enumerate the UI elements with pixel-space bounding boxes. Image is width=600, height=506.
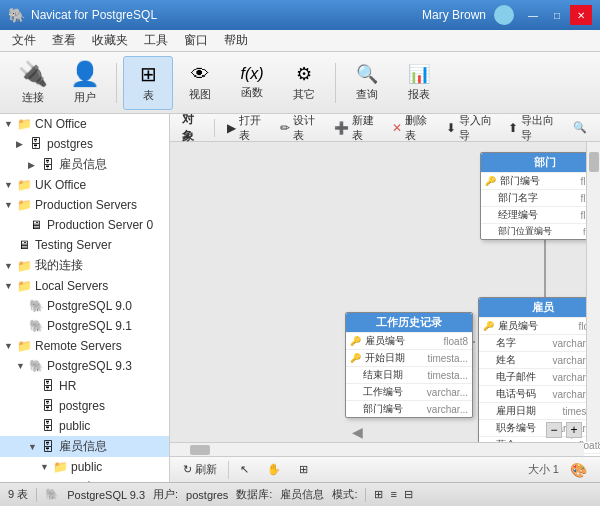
sidebar-item-cn-office[interactable]: ▼ 📁 CN Office (0, 114, 169, 134)
sidebar-item-pg93[interactable]: ▼ 🐘 PostgreSQL 9.3 (0, 356, 169, 376)
zoom-in-button[interactable]: + (566, 422, 582, 438)
user-icon: 👤 (70, 60, 100, 88)
sidebar-item-local-servers[interactable]: ▼ 📁 Local Servers (0, 276, 169, 296)
color-button[interactable]: 🎨 (563, 459, 594, 481)
arrow-pg93: ▼ (16, 361, 28, 371)
sidebar-item-remote-servers[interactable]: ▼ 📁 Remote Servers (0, 336, 169, 356)
sidebar-item-uk-office[interactable]: ▼ 📁 UK Office (0, 175, 169, 195)
design-label: 设计表 (293, 114, 318, 143)
connect-label: 连接 (22, 90, 44, 105)
connect-icon: 🔌 (18, 60, 48, 88)
menu-help[interactable]: 帮助 (216, 30, 256, 51)
toolbar-query[interactable]: 🔍 查询 (342, 56, 392, 110)
db-icon-emp2: 🗄 (40, 439, 56, 455)
menu-window[interactable]: 窗口 (176, 30, 216, 51)
arrow-pub2: ▼ (40, 462, 52, 472)
pg-icon1: 🐘 (28, 298, 44, 314)
sidebar-item-hr[interactable]: 🗄 HR (0, 376, 169, 396)
scrollbar-thumb-h[interactable] (190, 445, 210, 455)
sidebar-item-postgres[interactable]: ▶ 🗄 postgres (0, 134, 169, 154)
import-wizard-button[interactable]: ⬇ 导入向导 (439, 114, 500, 146)
zoom-controls: − + (546, 422, 582, 438)
arrow-prod: ▼ (4, 200, 16, 210)
scroll-left-btn[interactable]: ◀ (352, 424, 363, 440)
toolbar-function[interactable]: f(x) 函数 (227, 56, 277, 110)
layout-button[interactable]: ⊞ (292, 460, 315, 479)
wh-row-5: 部门编号 varchar... (346, 400, 472, 417)
close-button[interactable]: ✕ (570, 5, 592, 25)
user-value: postgres (186, 489, 228, 501)
search-button[interactable]: 🔍 (566, 118, 594, 137)
sidebar-item-postgres2[interactable]: 🗄 postgres (0, 396, 169, 416)
toolbar-view[interactable]: 👁 视图 (175, 56, 225, 110)
menu-view[interactable]: 查看 (44, 30, 84, 51)
refresh-icon: ↻ (183, 463, 192, 476)
status-sep2 (365, 488, 366, 502)
server-icon: 🖥 (28, 217, 44, 233)
new-table-button[interactable]: ➕ 新建表 (327, 114, 383, 146)
design-table-button[interactable]: ✏ 设计表 (273, 114, 325, 146)
sidebar-item-public[interactable]: 🗄 public (0, 416, 169, 436)
pg-icon2: 🐘 (28, 318, 44, 334)
scrollbar-vertical[interactable] (586, 142, 600, 442)
cursor-button[interactable]: ↖ (233, 460, 256, 479)
er-table-department[interactable]: 部门 🔑 部门编号 float8 部门名字 float8 经理编号 float8… (480, 152, 600, 240)
arrow-postgres: ▶ (16, 139, 28, 149)
toolbar-connect[interactable]: 🔌 连接 (8, 56, 58, 110)
menu-favorites[interactable]: 收藏夹 (84, 30, 136, 51)
open-table-button[interactable]: ▶ 打开表 (220, 114, 271, 146)
db-key: 数据库: (236, 487, 272, 502)
sidebar[interactable]: ▼ 📁 CN Office ▶ 🗄 postgres ▶ 🗄 雇员信息 ▼ 📁 … (0, 114, 170, 482)
zoom-out-button[interactable]: − (546, 422, 562, 438)
cursor-icon: ↖ (240, 463, 249, 476)
new-label: 新建表 (352, 114, 376, 143)
bottom-toolbar: ↻ 刷新 ↖ ✋ ⊞ 大小 1 🎨 (170, 456, 600, 482)
toolbar-other[interactable]: ⚙ 其它 (279, 56, 329, 110)
delete-table-button[interactable]: ✕ 删除表 (385, 114, 437, 146)
other-label: 其它 (293, 87, 315, 102)
server-icon2: 🖥 (16, 237, 32, 253)
arrow-uk: ▼ (4, 180, 16, 190)
mode-key: 模式: (332, 487, 357, 502)
er-table-work-history[interactable]: 工作历史记录 🔑 雇员编号 float8 🔑 开始日期 timesta... 结… (345, 312, 473, 418)
sidebar-item-employee-info-1[interactable]: ▶ 🗄 雇员信息 (0, 154, 169, 175)
db-icon2: 🗄 (40, 157, 56, 173)
er-diagram[interactable]: 部门 🔑 部门编号 float8 部门名字 float8 经理编号 float8… (170, 142, 600, 456)
sidebar-item-prod-server-0[interactable]: 🖥 Production Server 0 (0, 215, 169, 235)
toolbar-sep1 (116, 63, 117, 103)
emp-row-6: 雇用日期 timesta... (479, 402, 600, 419)
db-icon-pub: 🗄 (40, 418, 56, 434)
minimize-button[interactable]: — (522, 5, 544, 25)
sidebar-item-pg90[interactable]: 🐘 PostgreSQL 9.0 (0, 296, 169, 316)
sidebar-item-public2[interactable]: ▼ 📁 public (0, 457, 169, 477)
sidebar-item-my-conn[interactable]: ▼ 📁 我的连接 (0, 255, 169, 276)
scrollbar-thumb-v[interactable] (589, 152, 599, 172)
maximize-button[interactable]: □ (546, 5, 568, 25)
hand-icon: ✋ (267, 463, 281, 476)
sidebar-item-pg91[interactable]: 🐘 PostgreSQL 9.1 (0, 316, 169, 336)
scrollbar-horizontal[interactable] (170, 442, 584, 456)
sidebar-item-employee-info-2[interactable]: ▼ 🗄 雇员信息 (0, 436, 169, 457)
toolbar-user[interactable]: 👤 用户 (60, 56, 110, 110)
object-toolbar: 对象 ▶ 打开表 ✏ 设计表 ➕ 新建表 ✕ 删除表 ⬇ 导入向导 (170, 114, 600, 142)
hand-button[interactable]: ✋ (260, 460, 288, 479)
sidebar-item-testing-server[interactable]: 🖥 Testing Server (0, 235, 169, 255)
postgres-label: postgres (47, 137, 93, 151)
pg90-label: PostgreSQL 9.0 (47, 299, 132, 313)
menu-tools[interactable]: 工具 (136, 30, 176, 51)
layout-icon: ⊞ (299, 463, 308, 476)
hr-label: HR (59, 379, 76, 393)
db-icon-pg2: 🗄 (40, 398, 56, 414)
toolbar-table[interactable]: ⊞ 表 (123, 56, 173, 110)
export-wizard-button[interactable]: ⬆ 导出向导 (501, 114, 562, 146)
emp-row-2: 名字 varchar(2... (479, 334, 600, 351)
arrow-local: ▼ (4, 281, 16, 291)
sidebar-item-prod-servers[interactable]: ▼ 📁 Production Servers (0, 195, 169, 215)
sidebar-item-tables[interactable]: ▶ ⊞ 表 (0, 477, 169, 482)
refresh-button[interactable]: ↻ 刷新 (176, 459, 224, 480)
db-icon: 🗄 (28, 136, 44, 152)
menu-file[interactable]: 文件 (4, 30, 44, 51)
statusbar: 9 表 🐘 PostgreSQL 9.3 用户: postgres 数据库: 雇… (0, 482, 600, 506)
toolbar-report[interactable]: 📊 报表 (394, 56, 444, 110)
function-label: 函数 (241, 85, 263, 100)
